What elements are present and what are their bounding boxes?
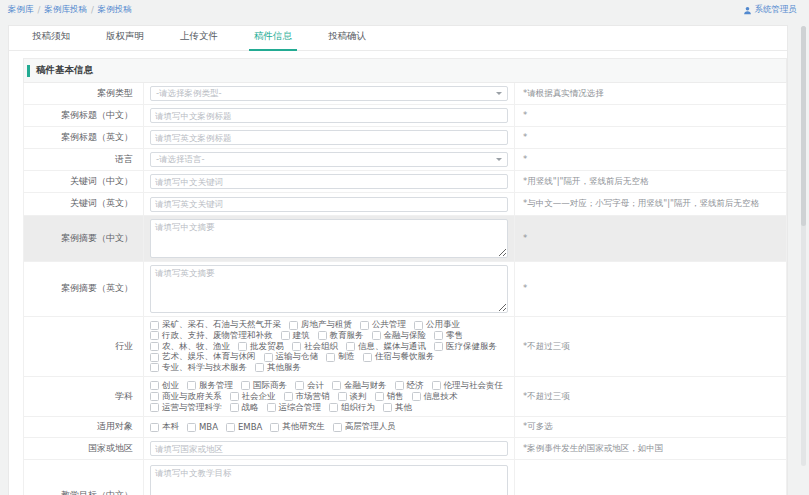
checkbox-icon[interactable]	[255, 363, 264, 372]
checkbox-icon[interactable]	[333, 423, 342, 432]
checkbox-item[interactable]: 批发贸易	[238, 341, 284, 352]
checkbox-icon[interactable]	[150, 403, 159, 412]
checkbox-item[interactable]: 金融与财务	[332, 380, 387, 391]
checkbox-icon[interactable]	[329, 403, 338, 412]
checkbox-icon[interactable]	[187, 423, 196, 432]
checkbox-item[interactable]: 教育服务	[318, 331, 364, 342]
checkbox-icon[interactable]	[372, 331, 381, 340]
scrollbar-thumb[interactable]	[801, 26, 806, 226]
checkbox-item[interactable]: 组织行为	[329, 402, 375, 413]
checkbox-icon[interactable]	[363, 353, 372, 362]
checkbox-icon[interactable]	[414, 321, 423, 330]
checkbox-item[interactable]: 本科	[150, 421, 179, 433]
checkbox-icon[interactable]	[326, 353, 335, 362]
checkbox-icon[interactable]	[150, 342, 159, 351]
checkbox-icon[interactable]	[432, 381, 441, 390]
breadcrumb-item[interactable]: 案例库	[8, 4, 34, 16]
checkbox-item[interactable]: 伦理与社会责任	[432, 380, 504, 391]
checkbox-item[interactable]: 社会组织	[292, 341, 338, 352]
checkbox-icon[interactable]	[150, 321, 159, 330]
checkbox-item[interactable]: 信息、媒体与通讯	[346, 341, 426, 352]
checkbox-item[interactable]: 专业、科学与技术服务	[150, 362, 247, 373]
checkbox-item[interactable]: 公共管理	[360, 320, 406, 331]
checkbox-item[interactable]: 采矿、采石、石油与天然气开采	[150, 320, 281, 331]
checkbox-icon[interactable]	[434, 331, 443, 340]
case-title-en-input[interactable]	[150, 130, 508, 145]
checkbox-icon[interactable]	[346, 342, 355, 351]
keywords-zh-input[interactable]	[150, 174, 508, 189]
checkbox-icon[interactable]	[150, 363, 159, 372]
checkbox-item[interactable]: 其他研究生	[270, 421, 325, 433]
checkbox-icon[interactable]	[230, 403, 239, 412]
checkbox-item[interactable]: 运营与管理科学	[150, 402, 222, 413]
checkbox-icon[interactable]	[295, 381, 304, 390]
checkbox-icon[interactable]	[289, 321, 298, 330]
checkbox-item[interactable]: 谈判	[338, 391, 367, 402]
checkbox-icon[interactable]	[270, 423, 279, 432]
scrollbar[interactable]	[801, 26, 806, 466]
user-menu[interactable]: 系统管理员	[743, 4, 798, 16]
checkbox-item[interactable]: 信息技术	[412, 391, 458, 402]
keywords-en-input[interactable]	[150, 197, 508, 212]
checkbox-item[interactable]: 会计	[295, 380, 324, 391]
checkbox-icon[interactable]	[434, 342, 443, 351]
checkbox-icon[interactable]	[230, 392, 239, 401]
case-title-zh-input[interactable]	[150, 108, 508, 123]
checkbox-item[interactable]: 行政、支持、废物管理和补救	[150, 331, 273, 342]
tab-upload-files[interactable]: 上传文件	[175, 30, 223, 51]
checkbox-item[interactable]: 医疗保健服务	[434, 341, 497, 352]
checkbox-item[interactable]: 其他服务	[255, 362, 301, 373]
tab-submission-confirm[interactable]: 投稿确认	[323, 30, 371, 51]
checkbox-item[interactable]: EMBA	[226, 422, 262, 432]
checkbox-item[interactable]: 制造	[326, 352, 355, 363]
checkbox-icon[interactable]	[332, 381, 341, 390]
breadcrumb-item[interactable]: 案例投稿	[98, 4, 132, 16]
checkbox-icon[interactable]	[150, 381, 159, 390]
language-select[interactable]: -请选择语言-	[150, 152, 508, 167]
checkbox-icon[interactable]	[238, 342, 247, 351]
checkbox-icon[interactable]	[412, 392, 421, 401]
abstract-en-textarea[interactable]	[150, 265, 508, 313]
abstract-zh-textarea[interactable]	[150, 219, 508, 258]
teaching-goal-zh-textarea[interactable]	[150, 465, 508, 495]
checkbox-item[interactable]: 艺术、娱乐、体育与休闲	[150, 352, 256, 363]
checkbox-item[interactable]: 社会企业	[230, 391, 276, 402]
checkbox-item[interactable]: 公用事业	[414, 320, 460, 331]
checkbox-item[interactable]: 房地产与租赁	[289, 320, 352, 331]
tab-copyright[interactable]: 版权声明	[101, 30, 149, 51]
checkbox-item[interactable]: 服务管理	[187, 380, 233, 391]
checkbox-item[interactable]: 金融与保险	[372, 331, 427, 342]
tab-manuscript-info[interactable]: 稿件信息	[249, 30, 297, 51]
checkbox-item[interactable]: 销售	[375, 391, 404, 402]
country-region-input[interactable]	[150, 441, 508, 456]
checkbox-item[interactable]: 高层管理人员	[333, 421, 396, 433]
checkbox-item[interactable]: 其他	[383, 402, 412, 413]
checkbox-icon[interactable]	[264, 353, 273, 362]
checkbox-icon[interactable]	[150, 392, 159, 401]
checkbox-icon[interactable]	[241, 381, 250, 390]
checkbox-icon[interactable]	[187, 381, 196, 390]
checkbox-item[interactable]: 创业	[150, 380, 179, 391]
checkbox-item[interactable]: 建筑	[281, 331, 310, 342]
checkbox-icon[interactable]	[375, 392, 384, 401]
checkbox-icon[interactable]	[226, 423, 235, 432]
tab-submission-notice[interactable]: 投稿须知	[27, 30, 75, 51]
checkbox-icon[interactable]	[150, 353, 159, 362]
case-type-select[interactable]: -请选择案例类型-	[150, 86, 508, 101]
checkbox-item[interactable]: 零售	[434, 331, 463, 342]
checkbox-item[interactable]: 商业与政府关系	[150, 391, 222, 402]
checkbox-icon[interactable]	[360, 321, 369, 330]
checkbox-icon[interactable]	[395, 381, 404, 390]
checkbox-icon[interactable]	[267, 403, 276, 412]
checkbox-icon[interactable]	[281, 331, 290, 340]
checkbox-item[interactable]: 战略	[230, 402, 259, 413]
checkbox-item[interactable]: 运输与仓储	[264, 352, 319, 363]
checkbox-item[interactable]: 运综合管理	[267, 402, 322, 413]
checkbox-icon[interactable]	[318, 331, 327, 340]
checkbox-item[interactable]: 市场营销	[284, 391, 330, 402]
checkbox-item[interactable]: 国际商务	[241, 380, 287, 391]
checkbox-item[interactable]: 住宿与餐饮服务	[363, 352, 435, 363]
checkbox-icon[interactable]	[292, 342, 301, 351]
breadcrumb-item[interactable]: 案例库投稿	[44, 4, 87, 16]
checkbox-icon[interactable]	[338, 392, 347, 401]
